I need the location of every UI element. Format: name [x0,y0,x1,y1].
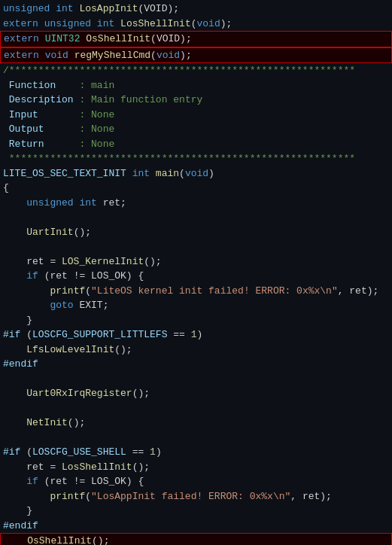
code-line-31: #if (LOSCFG_USE_SHELL == 1) [0,445,392,460]
code-line-12: LITE_OS_SEC_TEXT_INIT int main(void) [0,166,392,181]
code-line-9: Output : None [0,122,392,137]
code-line-33: if (ret != LOS_OK) { [0,474,392,489]
code-line-16: UartInit(); [0,225,392,240]
code-line-28 [0,401,392,416]
code-line-25: #endif [0,357,392,372]
code-line-17 [0,239,392,254]
code-line-18: ret = LOS_KernelInit(); [0,254,392,269]
code-line-30 [0,431,392,446]
code-line-22: } [0,313,392,328]
code-line-36: #endif [0,519,392,534]
code-line-4: extern void regMyShellCmd(void); [0,47,392,64]
code-line-37: OsShellInit(); [0,533,392,545]
code-line-26 [0,372,392,387]
code-line-10: Return : None [0,137,392,152]
code-line-34: printf("LosAppInit failed! ERROR: 0x%x\n… [0,489,392,504]
code-line-2: extern unsigned int LosShellInit(void); [0,17,392,32]
code-line-20: printf("LiteOS kernel init failed! ERROR… [0,284,392,299]
code-line-15 [0,210,392,225]
code-line-27: Uart0RxIrqRegister(); [0,386,392,401]
code-line-1: unsigned int LosAppInit(VOID); [0,2,392,17]
code-line-29: NetInit(); [0,416,392,431]
code-line-21: goto EXIT; [0,298,392,313]
code-line-11: ****************************************… [0,151,392,166]
code-line-8: Input : None [0,108,392,123]
code-editor: unsigned int LosAppInit(VOID); extern un… [0,0,392,545]
code-line-6: Function : main [0,78,392,93]
code-line-13: { [0,181,392,196]
code-line-23: #if (LOSCFG_SUPPORT_LITTLEFS == 1) [0,327,392,343]
code-line-14: unsigned int ret; [0,196,392,211]
code-line-5: /***************************************… [0,63,392,78]
code-line-7: Description : Main function entry [0,93,392,108]
code-line-19: if (ret != LOS_OK) { [0,269,392,284]
code-line-35: } [0,504,392,519]
code-line-32: ret = LosShellInit(); [0,460,392,475]
code-line-24: LfsLowLevelInit(); [0,343,392,358]
code-line-3: extern UINT32 OsShellInit(VOID); [0,31,392,47]
